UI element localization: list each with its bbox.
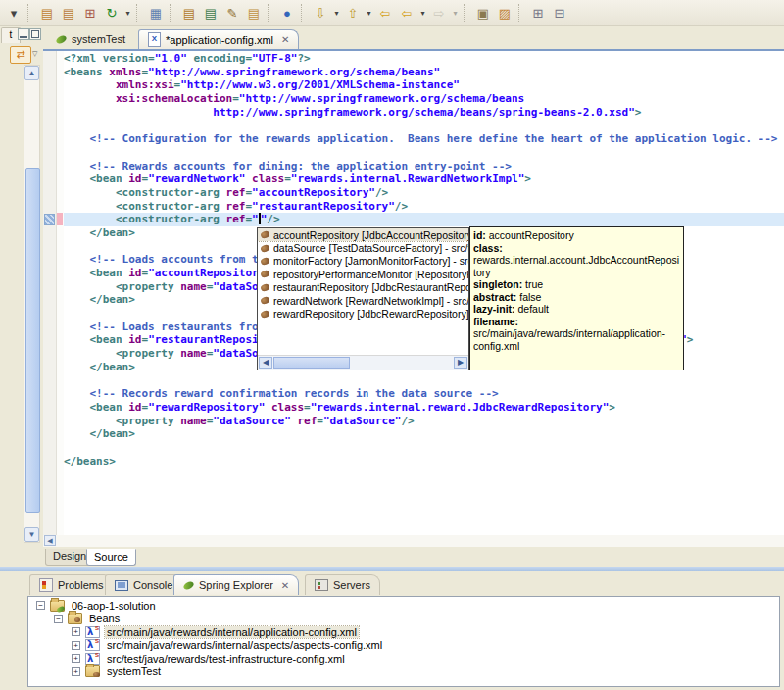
code-line: <!-- Records reward confirmation records…	[64, 387, 784, 401]
tree-item[interactable]: +systemTest	[28, 665, 779, 679]
validate-icon[interactable]: ▣	[472, 3, 494, 24]
tree-item[interactable]: −06-aop-1-solution	[28, 599, 779, 613]
expand-all-icon[interactable]: ⊞	[527, 3, 549, 24]
link-with-editor-icon[interactable]: ⇄	[10, 46, 31, 64]
scroll-down-arrow[interactable]: ▼	[24, 527, 39, 542]
tab-systemtest[interactable]: systemTest	[47, 29, 134, 49]
tab-servers[interactable]: Servers	[305, 574, 380, 595]
back-icon[interactable]: ⇦	[396, 3, 417, 24]
split-sash[interactable]	[0, 567, 784, 571]
completion-label: dataSource [TestDataSourceFactory] - src…	[273, 242, 468, 254]
tab-application-config-xml[interactable]: X *application-config.xml ✕	[138, 29, 299, 49]
prev-annotation-icon[interactable]: ⇧	[342, 3, 364, 24]
last-edit-location-icon[interactable]: ⇦	[374, 3, 396, 24]
maximize-view-button[interactable]	[29, 28, 41, 40]
code-line: </bean>	[64, 427, 784, 441]
completion-item[interactable]: dataSource [TestDataSourceFactory] - src…	[258, 241, 468, 254]
editor-horizontal-scrollbar[interactable]: ◀	[43, 535, 784, 547]
tree-item[interactable]: +src/main/java/rewards/internal/aspects/…	[28, 639, 779, 653]
close-tab-icon[interactable]: ✕	[281, 34, 289, 45]
code-line: <constructor-arg ref="restaurantReposito…	[64, 200, 784, 214]
toolbar-separator	[301, 4, 307, 22]
scroll-thumb[interactable]	[25, 168, 40, 513]
current-line-annotation-marker	[57, 213, 63, 225]
tab-spring-explorer[interactable]: Spring Explorer ✕	[173, 574, 299, 595]
tooltip-field: class: rewards.internal.account.JdbcAcco…	[473, 242, 680, 279]
update-icon[interactable]: ↻	[101, 3, 122, 24]
web-browser-icon[interactable]: ●	[276, 3, 298, 24]
completion-item[interactable]: restaurantRepository [JdbcRestaurantRepo…	[258, 281, 468, 294]
tree-expander[interactable]: −	[36, 601, 45, 610]
tree-expander[interactable]: −	[54, 615, 63, 623]
completion-item[interactable]: accountRepository [JdbcAccountRepository…	[258, 228, 468, 241]
view-menu-dropdown-icon[interactable]: ▽	[32, 50, 37, 58]
export-wizard-icon[interactable]: ▤	[58, 3, 79, 24]
tooltip-field: singleton: true	[473, 278, 680, 291]
open-type-icon[interactable]: ▤	[178, 3, 200, 24]
tree-expander[interactable]: +	[72, 667, 80, 676]
code-line: xmlns:xsi="http://www.w3.org/2001/XMLSch…	[64, 78, 784, 92]
completion-item[interactable]: rewardNetwork [RewardNetworkImpl] - src/…	[258, 294, 468, 307]
tree-item-label: src/test/java/rewards/test-infrastructur…	[105, 653, 347, 665]
tree-expander[interactable]: +	[72, 654, 80, 663]
code-line: <!-- Rewards accounts for dining: the ap…	[64, 160, 784, 173]
code-line: <?xml version="1.0" encoding="UTF-8"?>	[64, 52, 784, 66]
tooltip-field: lazy-init: default	[473, 303, 680, 316]
tree-item[interactable]: +src/main/java/rewards/internal/applicat…	[28, 625, 779, 639]
prev-annotation-dropdown[interactable]: ▾	[364, 3, 374, 24]
vertical-ruler[interactable]	[43, 51, 57, 535]
completion-list: accountRepository [JdbcAccountRepository…	[258, 228, 468, 320]
servers-icon	[315, 579, 328, 591]
open-folder-icon[interactable]: ▤	[243, 3, 265, 24]
new-menu-dropdown[interactable]: ▾	[3, 3, 24, 24]
back-dropdown[interactable]: ▾	[417, 3, 428, 24]
update-dropdown[interactable]: ▾	[122, 3, 133, 24]
tab-console[interactable]: Console	[105, 574, 182, 595]
code-line: </beans>	[64, 455, 784, 468]
tab-problems[interactable]: Problems	[29, 574, 113, 595]
import-wizard-icon[interactable]: ▤	[36, 3, 58, 24]
next-annotation-dropdown[interactable]: ▾	[331, 3, 342, 24]
main-toolbar: ▾▤▤⊞↻▾▦▤▤✎▤●⇩▾⇧▾⇦⇦▾⇨▾▣▨⊞⊟	[0, 0, 784, 26]
code-line	[64, 146, 784, 160]
tree-expander[interactable]: +	[72, 627, 80, 636]
popup-scroll-thumb[interactable]	[273, 357, 350, 369]
completion-item[interactable]: monitorFactory [JamonMonitorFactory] - s…	[258, 255, 468, 268]
new-plugin-icon[interactable]: ⊞	[79, 3, 101, 24]
bean-icon	[260, 243, 270, 253]
tree-item-label: Beans	[87, 613, 122, 624]
tree-item[interactable]: −Beans	[28, 613, 779, 626]
open-resource-icon[interactable]: ▤	[200, 3, 221, 24]
view-vertical-scrollbar[interactable]: ▲ ▼	[24, 65, 40, 543]
completion-item[interactable]: repositoryPerformanceMonitor [Repository…	[258, 268, 468, 280]
close-tab-icon[interactable]: ✕	[281, 580, 289, 591]
spring-leaf-icon	[182, 579, 195, 590]
completion-label: accountRepository [JdbcAccountRepository…	[273, 229, 468, 241]
eclipse-window: ▾▤▤⊞↻▾▦▤▤✎▤●⇩▾⇧▾⇦⇦▾⇨▾▣▨⊞⊟ t ⇄ ▽ ▲ ▼ syst…	[0, 0, 784, 690]
tab-label: *application-config.xml	[166, 34, 273, 46]
scroll-up-arrow[interactable]: ▲	[24, 66, 39, 80]
tab-source[interactable]: Source	[86, 549, 136, 566]
completion-item[interactable]: rewardRepository [JdbcRewardRepository] …	[258, 307, 468, 320]
bottom-view-panel: Problems Console Spring Explorer ✕ Serve…	[27, 573, 782, 688]
scroll-left-arrow[interactable]: ◀	[44, 535, 56, 546]
spring-config-icon	[85, 626, 100, 638]
minimize-view-button[interactable]	[18, 28, 29, 40]
bean-icon	[260, 230, 270, 240]
popup-horizontal-scrollbar[interactable]: ◀ ▶	[258, 355, 468, 370]
search-pencil-icon[interactable]: ✎	[221, 3, 243, 24]
popup-scroll-left-arrow[interactable]: ◀	[259, 357, 272, 369]
tree-item[interactable]: +src/test/java/rewards/test-infrastructu…	[28, 652, 779, 665]
forward-icon[interactable]: ⇨	[428, 3, 450, 24]
collapse-all-icon[interactable]: ⊟	[549, 3, 570, 24]
javadoc-icon[interactable]: ▦	[145, 3, 167, 24]
popup-scroll-right-arrow[interactable]: ▶	[454, 357, 467, 369]
forward-dropdown[interactable]: ▾	[450, 3, 461, 24]
toolbar-separator	[136, 4, 142, 22]
next-annotation-icon[interactable]: ⇩	[310, 3, 331, 24]
tree-expander[interactable]: +	[72, 641, 80, 650]
code-line	[64, 374, 784, 388]
tab-label: systemTest	[72, 33, 125, 45]
spring-project-icon	[50, 600, 65, 612]
reload-config-icon[interactable]: ▨	[494, 3, 515, 24]
